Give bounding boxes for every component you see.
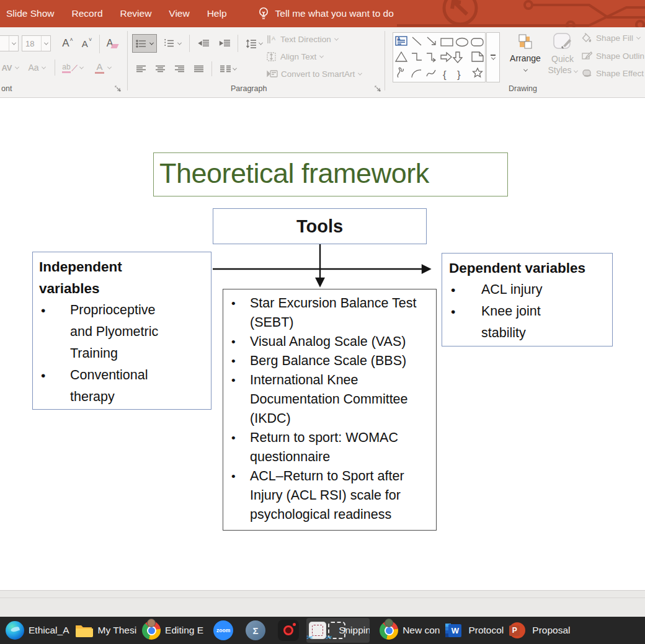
list-item: • Proprioceptive and Plyometric Training — [39, 299, 211, 364]
tell-me-box[interactable]: Tell me what you want to do — [258, 6, 394, 21]
status-strip — [0, 590, 645, 617]
taskbar-item-edge[interactable]: Ethical_A — [6, 621, 69, 640]
highlight-color-button[interactable]: ab ／ — [60, 60, 86, 76]
scissors-icon: ✂ — [306, 633, 313, 642]
recorder-icon — [278, 620, 299, 641]
taskbar-item-snipping-active[interactable]: ✂ ✂ Snippin — [306, 618, 370, 643]
circuit-decoration — [385, 0, 645, 27]
decrease-indent-icon — [198, 39, 210, 48]
tools-box[interactable]: Tools — [213, 208, 427, 244]
shape-fill-button[interactable]: Shape Fill — [582, 32, 645, 44]
tools-item-5: Return to sport: WOMAC questionnaire — [250, 428, 431, 467]
taskbar-item-word[interactable]: W Protocol — [445, 621, 504, 640]
lightbulb-icon — [258, 6, 269, 21]
bullet-glyph: • — [225, 371, 250, 428]
tools-item-3: Berg Balance Scale (BBS) — [250, 351, 431, 371]
dependent-variables-box[interactable]: Dependent variables • ACL injury • Knee … — [442, 253, 613, 346]
taskbar-item-chrome-editing[interactable]: Editing E — [142, 621, 203, 640]
shape-effects-icon — [582, 68, 592, 78]
align-right-button[interactable] — [172, 61, 188, 76]
paragraph-group-label: Paragraph — [231, 84, 267, 93]
line-spacing-button[interactable] — [241, 34, 267, 53]
taskbar-item-chrome-newcon[interactable]: New con — [380, 621, 440, 640]
snipping-icon: ✂ — [328, 622, 345, 639]
shapes-scroll-more-button[interactable] — [486, 32, 500, 82]
font-color-glyph: A — [95, 61, 104, 74]
taskbar-item-recorder[interactable] — [278, 620, 299, 641]
quick-styles-label-2: Styles — [546, 65, 579, 75]
independent-heading: Independent variables — [39, 256, 151, 299]
font-color-button[interactable]: A — [91, 60, 115, 76]
text-direction-icon: A — [267, 35, 277, 44]
independent-variables-box[interactable]: Independent variables • Proprioceptive a… — [32, 252, 211, 410]
list-item: • Knee joint stability — [449, 301, 612, 344]
align-center-button[interactable] — [153, 61, 169, 76]
taskbar-item-math[interactable]: Σ — [246, 620, 265, 640]
align-justify-icon — [194, 65, 204, 73]
bullet-glyph: • — [225, 332, 250, 351]
spacing-glyph: AV — [1, 63, 12, 73]
align-left-button[interactable] — [133, 61, 149, 76]
chrome-icon — [380, 621, 398, 640]
bullet-glyph: • — [449, 301, 481, 344]
menu-slide-show[interactable]: Slide Show — [6, 8, 69, 19]
slide-title: Theoretical framework — [154, 153, 507, 190]
list-item: • ACL injury — [449, 279, 612, 301]
menu-help[interactable]: Help — [207, 8, 242, 19]
taskbar-item-powerpoint[interactable]: P Proposal — [509, 621, 570, 640]
quick-styles-button[interactable]: Quick Styles — [546, 32, 579, 83]
numbering-button[interactable] — [160, 34, 185, 53]
shapes-gallery[interactable]: A { } — [393, 32, 486, 82]
increase-indent-button[interactable] — [215, 34, 234, 53]
snipping-icon: ✂ — [309, 622, 326, 639]
change-case-button[interactable]: Aa — [26, 60, 47, 76]
increase-indent-icon — [219, 39, 231, 48]
bullet-glyph: • — [39, 299, 70, 364]
shape-outline-button[interactable]: Shape Outlin — [582, 50, 645, 62]
convert-smartart-button[interactable]: Convert to SmartArt — [267, 68, 391, 80]
bullet-glyph: • — [225, 294, 250, 332]
decrease-indent-button[interactable] — [194, 34, 213, 53]
menu-review[interactable]: Review — [120, 8, 167, 19]
slide-title-box[interactable]: Theoretical framework — [153, 152, 508, 196]
svg-text:{: { — [443, 69, 447, 81]
font-dialog-launcher-icon[interactable] — [114, 85, 122, 92]
taskbar-label: New con — [403, 625, 440, 636]
clear-formatting-button[interactable]: A — [103, 35, 122, 52]
bullets-button[interactable] — [132, 34, 157, 53]
svg-text:A: A — [397, 36, 401, 42]
shape-effects-label: Shape Effect — [596, 69, 644, 78]
columns-button[interactable] — [216, 61, 241, 76]
font-size-combo[interactable]: 18 — [22, 35, 51, 51]
text-direction-button[interactable]: A Text Direction — [267, 33, 378, 45]
align-justify-button[interactable] — [191, 61, 207, 76]
shape-effects-button[interactable]: Shape Effect — [582, 67, 645, 79]
dependent-item-1: ACL injury — [481, 279, 562, 301]
word-icon: W — [445, 621, 464, 640]
dependent-heading: Dependent variables — [449, 257, 612, 279]
grow-font-glyph: A — [62, 37, 69, 50]
align-text-label: Align Text — [280, 52, 316, 61]
grow-font-button[interactable]: A˄ — [59, 35, 76, 52]
shrink-font-button[interactable]: A˅ — [78, 35, 96, 52]
taskbar-item-zoom[interactable]: zoom — [213, 620, 233, 640]
taskbar-label: Protocol — [468, 625, 504, 636]
tools-list-box[interactable]: • Star Excursion Balance Test (SEBT) • V… — [223, 289, 437, 531]
tools-item-2: Visual Analog Scale (VAS) — [250, 332, 431, 351]
slide-canvas[interactable]: Theoretical framework Tools Independent … — [0, 98, 645, 590]
ribbon: 18 A˄ A˅ A AV Aa ab ／ A ont — [0, 27, 645, 98]
tools-item-1: Star Excursion Balance Test (SEBT) — [250, 294, 431, 332]
align-text-button[interactable]: Align Text — [267, 50, 378, 63]
menu-view[interactable]: View — [169, 8, 204, 19]
character-spacing-button[interactable]: AV — [0, 60, 20, 76]
paragraph-dialog-launcher-icon[interactable] — [374, 85, 381, 92]
arrange-button[interactable]: Arrange — [507, 32, 543, 83]
align-right-icon — [175, 65, 185, 73]
quick-styles-label-1: Quick — [546, 54, 579, 64]
bullet-glyph: • — [225, 351, 250, 371]
font-name-combo[interactable] — [0, 35, 19, 51]
numbering-icon — [164, 39, 174, 48]
taskbar-item-folder[interactable]: My Thesi — [74, 621, 136, 640]
taskbar-label: My Thesi — [97, 625, 136, 636]
menu-record[interactable]: Record — [72, 8, 118, 19]
